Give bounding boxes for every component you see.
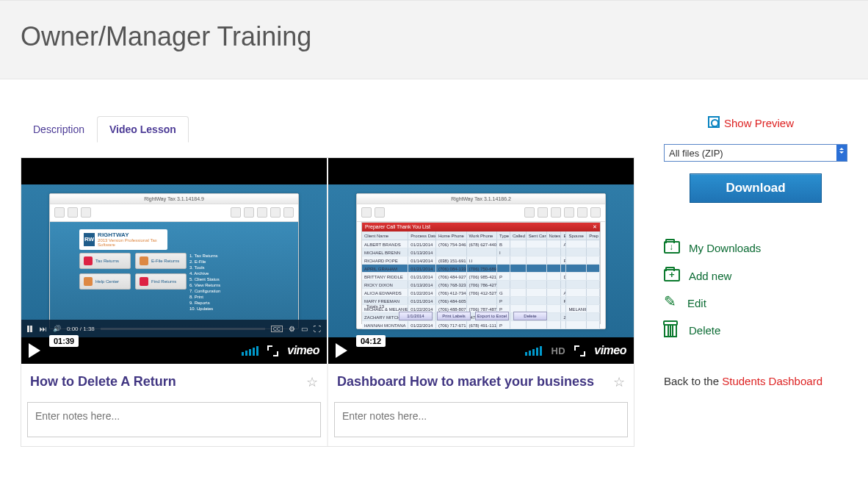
back-prefix: Back to the: [664, 375, 722, 387]
volume-icon[interactable]: 🔊: [53, 325, 61, 332]
table-cell: [587, 265, 600, 272]
page-title: Owner/Manager Training: [21, 21, 847, 52]
video-letterbox-top: [21, 158, 327, 184]
table-cell: 01/21/2014: [408, 297, 436, 304]
inner-time: 0:00 / 1:38: [67, 326, 95, 332]
app-desktop: RW RIGHTWAY 2013 Version Professional Ta…: [50, 222, 298, 329]
table-cell: (706) 412-5271: [467, 289, 498, 296]
video-body: RightWay Tax 3.1.14184.9: [21, 184, 327, 337]
table-cell: ALICIA EDWARDS: [362, 289, 408, 296]
table-row: BRITTANY RIDDLE01/21/2014(706) 484-9271(…: [362, 273, 600, 281]
video-card-2: RightWay Tax 3.1.14186.2: [328, 158, 634, 446]
table-cell: [497, 265, 510, 272]
table-cell: [587, 248, 600, 256]
table-cell: [566, 321, 587, 329]
play-button[interactable]: [336, 343, 347, 358]
table-cell: POPE@YAHOO.COM: [561, 256, 566, 264]
table-cell: [587, 289, 600, 296]
table-cell: [527, 281, 547, 288]
table-cell: (706) 412-7341: [436, 289, 467, 296]
favorite-star-icon[interactable]: ☆: [306, 374, 318, 390]
table-cell: (706) 084-1330: [436, 265, 467, 272]
duration-badge: 01:39: [49, 335, 79, 347]
tile: Tax Returns: [79, 253, 131, 269]
table-cell: (706) 484-6054: [436, 297, 467, 304]
table-cell: [547, 273, 562, 280]
table-cell: [587, 305, 600, 312]
file-format-select[interactable]: All files (ZIP): [664, 144, 847, 162]
table-cell: (706) 754-3465: [436, 240, 467, 248]
video-body: RightWay Tax 3.1.14186.2: [328, 184, 634, 337]
play-button[interactable]: [29, 343, 40, 358]
pause-icon[interactable]: [27, 326, 34, 332]
vimeo-logo[interactable]: vimeo: [287, 344, 319, 357]
tab-description[interactable]: Description: [21, 116, 97, 143]
toolbar-icon: [244, 207, 254, 218]
vimeo-controls: 04:12 HD vimeo: [328, 337, 634, 364]
table-cell: (678) 627-4401: [467, 240, 498, 248]
table-cell: MELANIE: [566, 305, 587, 312]
table-cell: MARY FREEMAN: [362, 297, 408, 304]
download-button[interactable]: Download: [690, 173, 822, 203]
hd-badge[interactable]: HD: [551, 345, 565, 356]
action-edit[interactable]: Edit: [664, 295, 847, 310]
data-grid: Preparer Call Thank You List✕ Client Nam…: [361, 222, 601, 324]
action-delete[interactable]: Delete: [664, 322, 847, 338]
table-cell: ZCH6.LX@YAHOO.COM: [561, 313, 566, 320]
grid-button: Print Labels: [437, 312, 471, 320]
tab-video-lesson[interactable]: Video Lesson: [97, 116, 189, 143]
logo-text: RIGHTWAY: [98, 232, 163, 238]
table-row: MARY FREEMAN01/21/2014(706) 484-6054PFLO…: [362, 297, 600, 305]
table-cell: [436, 248, 467, 256]
table-cell: [510, 297, 527, 304]
grid-header: Client Name Process Date Home Phone Work…: [362, 232, 600, 240]
table-cell: [587, 273, 600, 280]
app-toolbar: [50, 204, 298, 222]
video-title-row: How to Delete A Return ☆: [21, 364, 327, 395]
show-preview-link[interactable]: Show Preview: [708, 116, 847, 131]
close-icon: ✕: [593, 223, 597, 232]
fullscreen-icon[interactable]: [267, 345, 278, 356]
next-icon[interactable]: ⏭: [40, 325, 47, 333]
cc-icon[interactable]: CC: [271, 326, 283, 332]
settings-icon[interactable]: ⚙: [289, 325, 295, 333]
main-layout: Description Video Lesson RightWay Tax 3.…: [0, 79, 868, 462]
grid-titlebar: Preparer Call Thank You List✕: [362, 223, 600, 232]
fullscreen-icon[interactable]: [574, 345, 585, 356]
table-cell: (706) 768-3236: [436, 281, 467, 288]
toolbar-icon: [551, 207, 561, 218]
table-cell: [497, 256, 510, 264]
fullscreen-inner-icon[interactable]: ⛶: [314, 325, 321, 333]
magnifier-icon: [708, 116, 720, 128]
table-cell: [566, 256, 587, 264]
video-player-1[interactable]: RightWay Tax 3.1.14184.9: [21, 158, 327, 364]
table-cell: [561, 321, 566, 329]
table-cell: G: [497, 289, 510, 296]
volume-bars-icon[interactable]: [242, 345, 258, 356]
favorite-star-icon[interactable]: ☆: [613, 374, 625, 390]
notes-input[interactable]: [27, 402, 321, 437]
action-add-new[interactable]: Add new: [664, 268, 847, 284]
video-title-row: Dashboard How to market your business ☆: [328, 364, 634, 395]
vimeo-logo[interactable]: vimeo: [594, 344, 626, 357]
table-cell: 01/21/2014: [408, 273, 436, 280]
pencil-icon: [664, 295, 679, 310]
table-cell: [527, 289, 547, 296]
table-cell: [547, 289, 562, 296]
notes-input[interactable]: [334, 402, 628, 437]
table-cell: [527, 265, 547, 272]
app-toolbar: [357, 204, 605, 222]
grid-button: Export to Excel: [475, 312, 509, 320]
volume-bars-icon[interactable]: [525, 345, 542, 356]
action-my-downloads[interactable]: My Downloads: [664, 240, 847, 256]
students-dashboard-link[interactable]: Students Dashboard: [722, 375, 822, 387]
table-cell: [547, 248, 562, 256]
video-player-2[interactable]: RightWay Tax 3.1.14186.2: [328, 158, 634, 364]
inner-progress[interactable]: [101, 328, 265, 330]
table-row: MICHAEL BRENN01/13/2014I: [362, 248, 600, 256]
left-column: Description Video Lesson RightWay Tax 3.…: [21, 116, 634, 447]
table-cell: [566, 273, 587, 280]
theater-icon[interactable]: ▭: [301, 325, 308, 333]
numbered-menu: 1. Tax Returns2. E-File3. Tools4. Archiv…: [189, 253, 220, 312]
videos-row: RightWay Tax 3.1.14184.9: [21, 158, 634, 446]
